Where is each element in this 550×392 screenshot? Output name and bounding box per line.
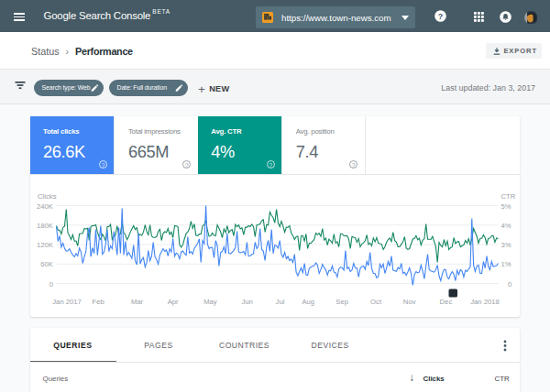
svg-text:240K: 240K [37,201,54,210]
svg-text:May: May [204,297,217,305]
svg-text:Mar: Mar [130,297,143,305]
svg-text:Clicks: Clicks [38,192,57,201]
svg-text:Nov: Nov [402,297,415,305]
svg-text:Jan 2017: Jan 2017 [52,297,82,305]
svg-text:Dec: Dec [439,297,452,305]
svg-text:CTR: CTR [500,192,515,201]
svg-text:Sep: Sep [336,297,348,305]
svg-text:5%: 5% [500,201,511,210]
svg-text:0: 0 [49,279,52,288]
svg-text:180K: 180K [37,221,54,229]
svg-text:1%: 1% [500,260,511,268]
svg-text:60K: 60K [40,260,54,268]
svg-text:4%: 4% [500,221,511,229]
svg-text:Aug: Aug [302,297,314,305]
svg-text:120K: 120K [37,241,54,249]
svg-text:Feb: Feb [92,297,104,305]
svg-text:3%: 3% [500,241,511,249]
svg-text:0: 0 [508,279,512,288]
svg-text:Oct: Oct [370,297,382,305]
svg-text:Jun: Jun [241,297,252,305]
svg-text:Apr: Apr [167,297,178,305]
svg-text:Jan 2018: Jan 2018 [470,297,500,305]
svg-text:Jul: Jul [275,297,284,305]
svg-text:?: ? [438,12,444,21]
